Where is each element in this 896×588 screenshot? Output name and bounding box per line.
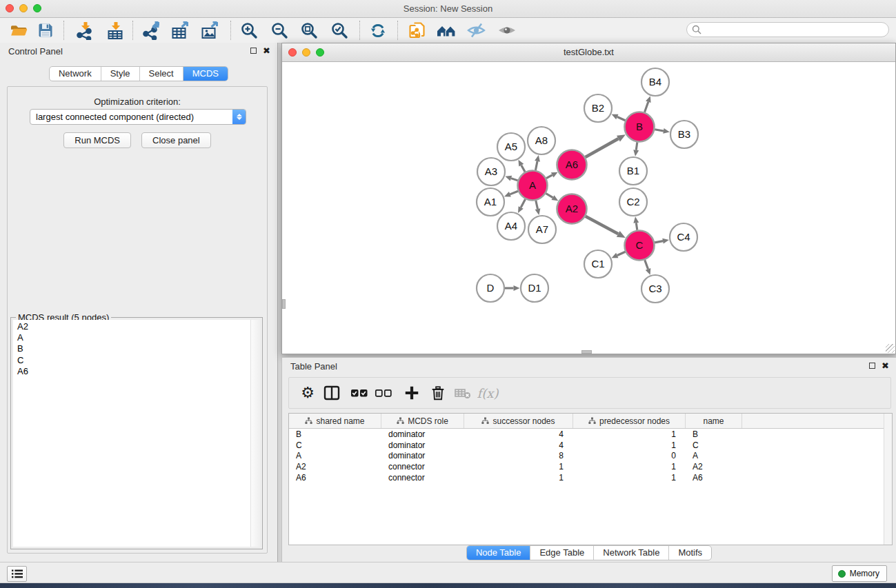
table-row-b[interactable]: Bdominator41B: [289, 429, 892, 440]
cell-predecessor-nodes[interactable]: 1: [573, 440, 686, 450]
show-eye-icon[interactable]: [495, 20, 519, 41]
clone-network-icon[interactable]: [405, 20, 430, 41]
cell-successor-nodes[interactable]: 4: [464, 429, 573, 439]
edge-A-A5[interactable]: [521, 165, 525, 172]
edge-A-A6[interactable]: [546, 175, 552, 179]
add-column-icon[interactable]: [401, 383, 423, 403]
edge-B-B3[interactable]: [655, 130, 664, 131]
tab-style[interactable]: Style: [101, 67, 139, 81]
cell-predecessor-nodes[interactable]: 1: [573, 462, 686, 472]
hide-eye-icon[interactable]: [464, 20, 488, 41]
cell-shared-name[interactable]: B: [289, 429, 381, 439]
cell-name[interactable]: B: [686, 429, 742, 439]
float-panel-icon[interactable]: [250, 48, 257, 54]
import-table-icon[interactable]: [103, 20, 128, 41]
zoom-window-button[interactable]: [33, 4, 41, 12]
save-session-icon[interactable]: [33, 20, 58, 41]
cell-successor-nodes[interactable]: 1: [464, 462, 573, 472]
export-network-icon[interactable]: [139, 20, 163, 41]
vertical-scroll-thumb[interactable]: [282, 299, 286, 309]
memory-button[interactable]: Memory: [832, 565, 887, 582]
tab-mcds[interactable]: MCDS: [183, 67, 228, 81]
zoom-out-icon[interactable]: [267, 20, 292, 41]
delete-icon[interactable]: [427, 383, 449, 403]
table-row-c[interactable]: Cdominator41C: [289, 440, 892, 451]
result-item-a2[interactable]: A2: [13, 321, 260, 332]
criterion-select[interactable]: largest connected component (directed): [30, 109, 246, 125]
close-panel-button[interactable]: Close panel: [141, 132, 211, 148]
cell-predecessor-nodes[interactable]: 1: [573, 473, 686, 483]
column-header-shared-name[interactable]: shared name: [289, 414, 381, 428]
refresh-icon[interactable]: [366, 20, 390, 41]
edge-A-A4[interactable]: [521, 199, 525, 207]
result-item-a[interactable]: A: [13, 332, 260, 343]
result-item-c[interactable]: C: [13, 355, 260, 366]
task-history-button[interactable]: [7, 566, 27, 582]
table-row-a6[interactable]: A6connector11A6: [289, 472, 892, 483]
float-table-panel-icon[interactable]: [869, 363, 875, 369]
cell-mcds-role[interactable]: dominator: [381, 429, 464, 439]
cell-mcds-role[interactable]: connector: [381, 462, 464, 472]
column-header-successor-nodes[interactable]: successor nodes: [464, 414, 573, 428]
cell-name[interactable]: A2: [686, 462, 742, 472]
cell-name[interactable]: A: [686, 451, 742, 460]
edge-A-A7[interactable]: [536, 201, 538, 209]
edge-C-C1[interactable]: [617, 252, 626, 255]
cell-mcds-role[interactable]: connector: [381, 473, 464, 483]
table-row-a2[interactable]: A2connector11A2: [289, 461, 892, 472]
zoom-in-icon[interactable]: [237, 20, 261, 41]
zoom-fit-icon[interactable]: [297, 20, 321, 41]
export-image-icon[interactable]: [197, 20, 222, 41]
network-zoom-button[interactable]: [316, 48, 324, 57]
cell-name[interactable]: A6: [686, 473, 742, 483]
tab-select[interactable]: Select: [139, 67, 183, 81]
network-window-titlebar[interactable]: testGlobe.txt: [282, 43, 895, 62]
edge-A-A3[interactable]: [511, 179, 518, 181]
deselect-all-icon[interactable]: [372, 383, 395, 403]
settings-icon[interactable]: ⚙: [297, 383, 319, 403]
zoom-selected-icon[interactable]: [327, 20, 352, 41]
cell-successor-nodes[interactable]: 1: [464, 473, 573, 483]
resize-grip[interactable]: [886, 344, 895, 353]
column-header-mcds-role[interactable]: MCDS role: [381, 414, 464, 428]
cell-predecessor-nodes[interactable]: 0: [573, 451, 686, 460]
network-canvas[interactable]: B4B2BB3A8A5A6A3B1AA1C2A2A4A7C4CC1C3DD1: [282, 62, 895, 354]
edge-A-A2[interactable]: [546, 194, 552, 198]
cell-successor-nodes[interactable]: 4: [464, 440, 573, 450]
cell-name[interactable]: C: [686, 440, 742, 450]
cell-shared-name[interactable]: A6: [289, 473, 381, 483]
edge-B-B4[interactable]: [645, 102, 648, 112]
tab-edge-table[interactable]: Edge Table: [530, 546, 593, 560]
edge-A-A1[interactable]: [510, 191, 518, 194]
cell-shared-name[interactable]: A: [289, 451, 381, 460]
split-table-icon[interactable]: [321, 383, 343, 403]
column-header-name[interactable]: name: [686, 414, 742, 428]
open-session-icon[interactable]: [6, 20, 31, 41]
edge-C-C4[interactable]: [655, 241, 663, 243]
cell-successor-nodes[interactable]: 8: [464, 451, 573, 460]
export-table-icon[interactable]: [168, 20, 192, 41]
table-scrollbar[interactable]: [884, 414, 892, 545]
horizontal-scroll-thumb[interactable]: [581, 350, 592, 354]
function-builder-icon[interactable]: f(x): [477, 383, 499, 403]
edge-A6-B[interactable]: [586, 139, 619, 157]
search-field[interactable]: [686, 22, 889, 37]
result-item-b[interactable]: B: [13, 343, 260, 354]
home-icon[interactable]: [434, 20, 459, 41]
edge-B-B2[interactable]: [617, 117, 626, 121]
cell-predecessor-nodes[interactable]: 1: [573, 429, 686, 439]
cell-shared-name[interactable]: A2: [289, 462, 381, 472]
result-list-scrollbar[interactable]: [250, 320, 260, 547]
minimize-window-button[interactable]: [19, 4, 28, 12]
cell-mcds-role[interactable]: dominator: [381, 451, 464, 460]
run-mcds-button[interactable]: Run MCDS: [63, 132, 131, 148]
import-network-icon[interactable]: [72, 20, 97, 41]
cell-shared-name[interactable]: C: [289, 440, 381, 450]
tab-motifs[interactable]: Motifs: [668, 546, 711, 560]
tab-network[interactable]: Network: [50, 67, 101, 81]
tab-network-table[interactable]: Network Table: [593, 546, 668, 560]
delete-table-icon[interactable]: [452, 383, 474, 403]
edge-C-C2[interactable]: [636, 223, 637, 230]
close-table-panel-icon[interactable]: ✖: [882, 361, 889, 370]
table-row-a[interactable]: Adominator80A: [289, 451, 892, 462]
